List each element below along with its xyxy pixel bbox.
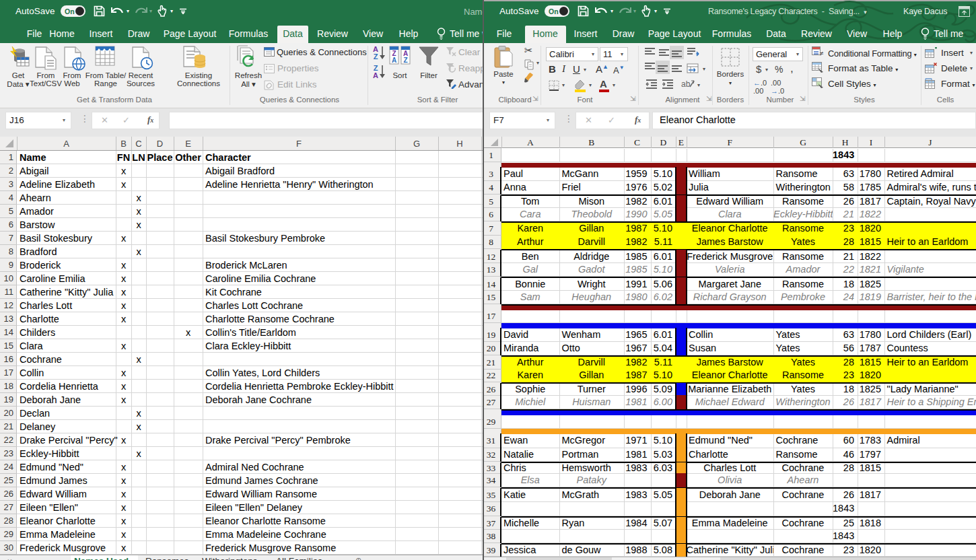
svg-text:ab: ab — [681, 79, 691, 89]
svg-text:A: A — [373, 71, 378, 79]
svg-text:A: A — [392, 57, 396, 64]
svg-text:Z: Z — [374, 53, 378, 61]
svg-text:Z: Z — [374, 64, 378, 72]
svg-text:≠: ≠ — [820, 50, 824, 57]
svg-text:Z: Z — [403, 57, 407, 64]
